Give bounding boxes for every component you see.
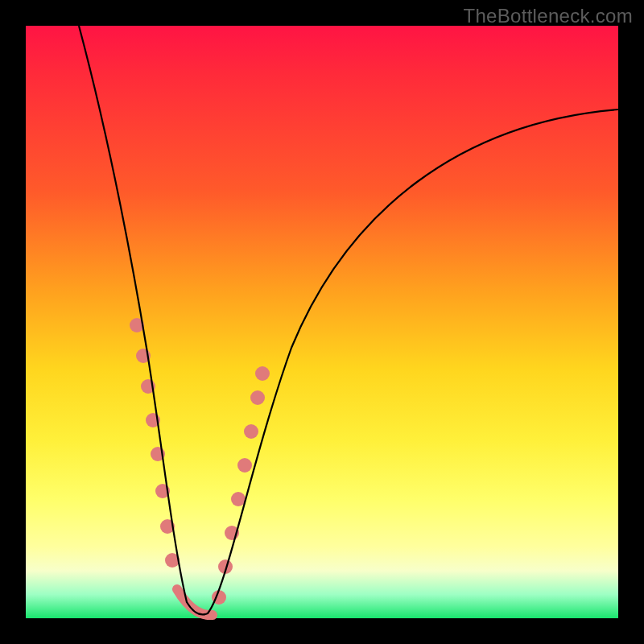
svg-point-12 [237, 458, 252, 473]
plot-area [26, 26, 618, 618]
outer-frame: TheBottleneck.com [0, 0, 644, 644]
bottleneck-curve-path [79, 26, 618, 614]
curve-svg [26, 26, 618, 618]
svg-point-13 [244, 424, 258, 439]
highlight-right-ascent [212, 366, 270, 605]
svg-point-14 [250, 390, 265, 405]
svg-point-11 [231, 492, 246, 506]
svg-point-15 [255, 366, 270, 381]
watermark-label: TheBottleneck.com [463, 5, 633, 27]
highlight-left-descent [130, 318, 180, 568]
